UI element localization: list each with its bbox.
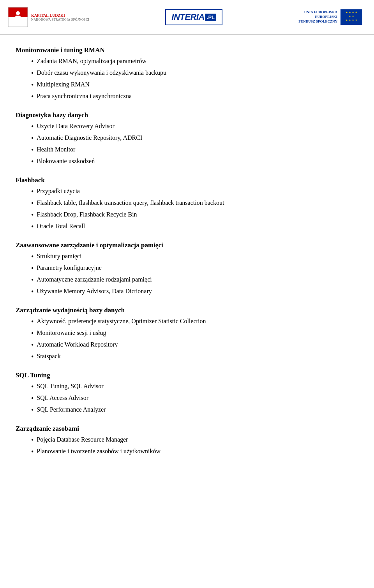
kapital-ludzki-title: KAPITAŁ LUDZKI	[31, 13, 89, 18]
ue-title-line3: FUNDUSZ SPOŁECZNY	[298, 19, 337, 24]
list-pamiec: Struktury pamięci Parametry konfiguracyj…	[16, 252, 358, 297]
list-item: Parametry konfiguracyjne	[16, 263, 358, 274]
list-item: Używanie Memory Advisors, Data Dictionar…	[16, 287, 358, 297]
interia-text: INTERIA	[171, 12, 205, 22]
list-wydajnosc: Aktywność, preferencje statystyczne, Opt…	[16, 317, 358, 362]
list-flashback: Przypadki użycia Flashback table, flashb…	[16, 187, 358, 232]
ue-title-line2: EUROPEJSKI	[298, 15, 337, 19]
list-rman: Zadania RMAN, optymalizacja parametrów D…	[16, 56, 358, 102]
svg-text:★ ★ ★ ★: ★ ★ ★ ★	[346, 11, 357, 14]
list-item: Pojęcia Database Resource Manager	[16, 435, 358, 445]
logo-ue: UNIA EUROPEJSKA EUROPEJSKI FUNDUSZ SPOŁE…	[298, 9, 362, 25]
list-item: Struktury pamięci	[16, 252, 358, 262]
page-header: KAPITAŁ LUDZKI NARODOWA STRATEGIA SPÓJNO…	[0, 0, 374, 35]
svg-text:★     ★: ★ ★	[349, 15, 354, 18]
list-item: Aktywność, preferencje statystyczne, Opt…	[16, 317, 358, 327]
section-heading-diagnostyka: Diagnostyka bazy danych	[16, 111, 358, 119]
list-diagnostyka: Uzycie Data Recovery Advisor Automatic D…	[16, 121, 358, 167]
section-heading-flashback: Flashback	[16, 176, 358, 184]
kapital-ludzki-icon	[8, 7, 28, 27]
ue-title-line1: UNIA EUROPEJSKA	[298, 10, 337, 15]
list-item: Blokowanie uszkodzeń	[16, 157, 358, 167]
section-heading-sql: SQL Tuning	[16, 371, 358, 379]
list-item: Przypadki użycia	[16, 187, 358, 197]
list-item: Automatic Diagnostic Repository, ADRCI	[16, 133, 358, 144]
list-item: Automatyczne zarządzanie rodzajami pamię…	[16, 275, 358, 285]
section-heading-rman: Monitorowanie i tuning RMAN	[16, 46, 358, 54]
section-heading-zasoby: Zarządzanie zasobami	[16, 425, 358, 433]
list-item: Monitorowanie sesji i usług	[16, 328, 358, 339]
list-item: Statspack	[16, 352, 358, 362]
list-item: Uzycie Data Recovery Advisor	[16, 121, 358, 132]
list-zasoby: Pojęcia Database Resource Manager Planow…	[16, 435, 358, 457]
list-item: Zadania RMAN, optymalizacja parametrów	[16, 56, 358, 67]
list-item: SQL Performance Analyzer	[16, 405, 358, 415]
list-item: SQL Access Advisor	[16, 393, 358, 404]
list-item: SQL Tuning, SQL Advisor	[16, 382, 358, 392]
section-heading-wydajnosc: Zarządzanie wydajnością bazy danych	[16, 306, 358, 314]
section-heading-pamiec: Zaawansowane zarządzanie i optymalizacja…	[16, 241, 358, 249]
list-item: Flashback Drop, Flashback Recycle Bin	[16, 210, 358, 220]
kapital-ludzki-subtitle: NARODOWA STRATEGIA SPÓJNOŚCI	[31, 18, 89, 21]
svg-text:★ ★ ★ ★: ★ ★ ★ ★	[346, 19, 357, 22]
eu-flag-icon: ★ ★ ★ ★ ★ ★ ★ ★ ★ ★	[340, 9, 362, 25]
list-item: Flashback table, flashback transaction q…	[16, 198, 358, 209]
logo-kapital-ludzki: KAPITAŁ LUDZKI NARODOWA STRATEGIA SPÓJNO…	[8, 7, 89, 27]
list-item: Dobór czasu wykonywania i odzyskiwania b…	[16, 68, 358, 79]
list-item: Automatic Workload Repository	[16, 340, 358, 350]
list-sql: SQL Tuning, SQL Advisor SQL Access Advis…	[16, 382, 358, 415]
svg-point-3	[16, 11, 20, 15]
logo-interia: INTERIA .PL	[165, 9, 222, 25]
list-item: Oracle Total Recall	[16, 222, 358, 232]
interia-pl-text: .PL	[205, 14, 216, 21]
main-content: Monitorowanie i tuning RMAN Zadania RMAN…	[0, 35, 374, 470]
list-item: Multiplexing RMAN	[16, 80, 358, 90]
list-item: Planowanie i tworzenie zasobów i użytkow…	[16, 447, 358, 457]
list-item: Praca synchroniczna i asynchroniczna	[16, 92, 358, 102]
list-item: Health Monitor	[16, 145, 358, 155]
